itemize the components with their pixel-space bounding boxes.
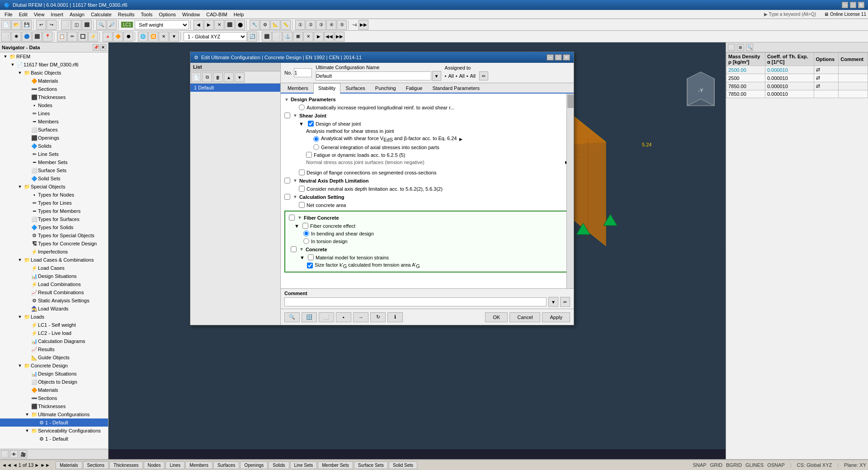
density-2[interactable]: 2500	[726, 74, 765, 82]
design-params-header[interactable]: ▼ Design Parameters	[283, 95, 572, 103]
tb-btn-13[interactable]: ⚙	[260, 20, 270, 30]
tb-btn-9[interactable]: ▶	[204, 20, 214, 30]
tab-members-bottom[interactable]: Members	[185, 461, 212, 469]
tab-lines-bottom[interactable]: Lines	[165, 461, 184, 469]
options-2[interactable]: ⇄	[814, 74, 839, 82]
tb2-btn-20[interactable]: ⚓	[283, 32, 292, 42]
tree-cd-objects[interactable]: ⬜ Objects to Design	[0, 378, 108, 386]
tree-lc1[interactable]: ⚡ LC1 - Self weight	[0, 321, 108, 329]
close-button[interactable]: ✕	[858, 2, 864, 8]
nav-bottom-btn3[interactable]: 🎥	[19, 450, 27, 458]
data-panel-expand[interactable]: ⬜	[728, 44, 735, 51]
maximize-button[interactable]: □	[850, 2, 856, 8]
tree-surface-sets-basic[interactable]: ⬜ Surface Sets	[0, 166, 108, 174]
tree-basic-objects[interactable]: ▼ 📁 Basic Objects	[0, 69, 108, 77]
tb2-btn-14[interactable]: 🔀	[148, 32, 158, 42]
tb2-btn-23[interactable]: ▶	[314, 32, 324, 42]
comment-3[interactable]	[839, 82, 868, 90]
menu-help[interactable]: Help	[231, 11, 247, 18]
tree-thicknesses[interactable]: ⬛ Thicknesses	[0, 93, 108, 101]
material-model-checkbox[interactable]	[308, 254, 314, 260]
footer-filter-btn[interactable]: 🔍	[284, 312, 300, 322]
tb2-btn-18[interactable]: ⬛	[262, 32, 272, 42]
menu-edit[interactable]: Edit	[16, 11, 30, 18]
tab-openings-bottom[interactable]: Openings	[240, 461, 268, 469]
tab-thicknesses-bottom[interactable]: Thicknesses	[109, 461, 143, 469]
dialog-maximize[interactable]: □	[555, 54, 562, 61]
undo-button[interactable]: ↩	[36, 20, 46, 30]
tab-fatigue[interactable]: Fatigue	[401, 83, 428, 93]
assign-edit-btn[interactable]: ✏	[479, 71, 488, 80]
concrete-section-checkbox[interactable]	[291, 246, 297, 252]
dialog-minimize[interactable]: ─	[547, 54, 554, 61]
nav-first-btn[interactable]: ◄◄	[2, 462, 12, 468]
nav-next-btn[interactable]: ►	[34, 462, 39, 468]
menu-insert[interactable]: Insert	[48, 11, 66, 18]
menu-results[interactable]: Results	[115, 11, 137, 18]
grid-label[interactable]: GRID	[710, 462, 723, 468]
tab-standard-params[interactable]: Standard Parameters	[427, 83, 485, 93]
comment-dropdown-btn[interactable]: ▼	[548, 297, 558, 307]
tb-btn-5[interactable]: ⬛	[82, 20, 92, 30]
tree-load-wizards[interactable]: 🧙 Load Wizards	[0, 305, 108, 313]
tb2-btn-11[interactable]: 🔶	[113, 32, 123, 42]
concrete-header[interactable]: ▼ Concrete	[287, 245, 567, 254]
tab-stability[interactable]: Stability	[313, 83, 341, 94]
density-1[interactable]: 2500.00	[726, 66, 765, 74]
nav-bottom-btn2[interactable]: 👁	[10, 450, 18, 458]
menu-file[interactable]: File	[2, 11, 15, 18]
tb2-btn-8[interactable]: 🔲	[78, 32, 88, 42]
tb-btn-3[interactable]: ⬜	[61, 20, 71, 30]
tree-results[interactable]: 📈 Results	[0, 345, 108, 353]
tree-types-concrete[interactable]: 🏗 Types for Concrete Design	[0, 240, 108, 248]
tree-types-special[interactable]: ⚙ Types for Special Objects	[0, 231, 108, 240]
tb-btn-x[interactable]: ✕	[214, 20, 224, 30]
tab-materials-bottom[interactable]: Materials	[56, 461, 82, 469]
tab-surfaces[interactable]: Surfaces	[340, 83, 370, 93]
tb-btn-7[interactable]: 🔎	[107, 20, 117, 30]
bgrid-label[interactable]: BGRID	[726, 462, 742, 468]
analytical-radio[interactable]	[313, 136, 319, 142]
shear-joint-toggle[interactable]: ▼	[293, 113, 297, 118]
density-3[interactable]: 7850.00	[726, 82, 765, 90]
tree-cd-sections[interactable]: ➖ Sections	[0, 394, 108, 402]
redo-button[interactable]: ↪	[47, 20, 57, 30]
comment-4[interactable]	[839, 90, 868, 98]
list-up-button[interactable]: ▲	[224, 72, 234, 82]
tb2-btn-13[interactable]: 🌐	[138, 32, 148, 42]
tree-file[interactable]: ▼ 📄 11617 fiber DM_0300.rf6	[0, 61, 108, 69]
tree-special-expander[interactable]: ▼	[16, 184, 24, 189]
tb2-btn-17[interactable]: 🔄	[247, 32, 257, 42]
tb2-btn-10[interactable]: 🔺	[103, 32, 113, 42]
snap-label[interactable]: SNAP	[693, 462, 707, 468]
options-3[interactable]: ⇄	[814, 82, 839, 90]
tree-solid-sets[interactable]: 🔷 Solid Sets	[0, 174, 108, 183]
tree-ultimate-configs[interactable]: ▼ 📁 Ultimate Configurations	[0, 410, 108, 418]
tb2-btn-9[interactable]: ⚡	[88, 32, 98, 42]
tree-lines[interactable]: ✏ Lines	[0, 109, 108, 118]
torsion-radio[interactable]	[303, 238, 309, 244]
list-new-button[interactable]: 📄	[191, 72, 201, 82]
nav-bottom-btn1[interactable]: ⬜	[1, 450, 9, 458]
tb-btn-14[interactable]: 📐	[270, 20, 280, 30]
tb-btn-19[interactable]: ④	[326, 20, 336, 30]
dialog-edit-ultimate[interactable]: ⚙ Edit Ultimate Configuration | Concrete…	[190, 52, 574, 325]
osnap-label[interactable]: OSNAP	[767, 462, 785, 468]
nav-prev-btn[interactable]: ◄	[13, 462, 18, 468]
tree-concrete-design[interactable]: ▼ 📁 Concrete Design	[0, 362, 108, 370]
fiber-concrete-header[interactable]: ▼ Fiber Concrete	[287, 213, 567, 222]
tb-btn-11[interactable]: ⬤	[235, 20, 245, 30]
menu-assign[interactable]: Assign	[67, 11, 87, 18]
comment-input[interactable]	[284, 297, 547, 306]
footer-node-btn[interactable]: •	[336, 312, 351, 322]
tree-openings[interactable]: ⬛ Openings	[0, 134, 108, 142]
bending-radio[interactable]	[303, 230, 309, 236]
tree-nodes[interactable]: • Nodes	[0, 101, 108, 109]
tab-solids-bottom[interactable]: Solids	[269, 461, 289, 469]
content-scrollbar[interactable]	[566, 94, 574, 288]
coeff-1[interactable]: 0.000010	[765, 66, 814, 74]
tb2-btn-19[interactable]: ⬜	[272, 32, 282, 42]
footer-rect-btn[interactable]: ⬜	[319, 312, 334, 322]
tb2-btn-1[interactable]: ⬜	[1, 32, 11, 42]
calc-setting-section-checkbox[interactable]	[284, 194, 290, 200]
